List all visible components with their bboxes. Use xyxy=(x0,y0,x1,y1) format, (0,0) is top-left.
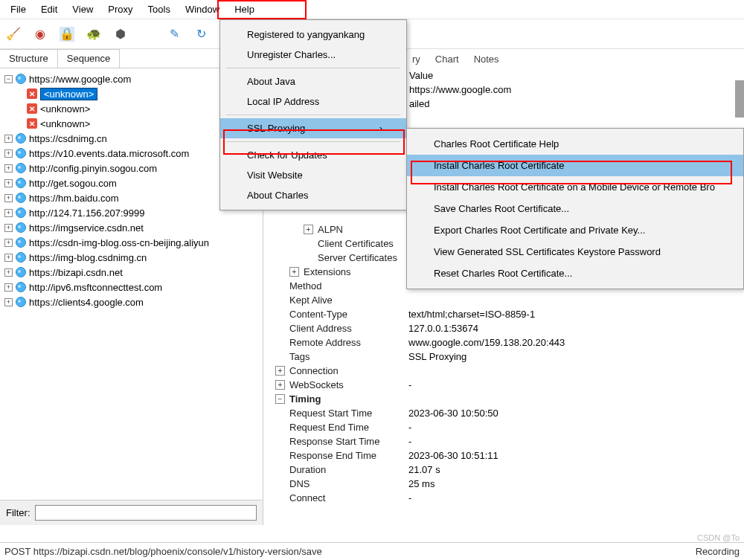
scrollbar-thumb[interactable] xyxy=(735,80,744,118)
detail-label: Request End Time xyxy=(289,422,408,433)
tree-host[interactable]: https://csdnimg.cn xyxy=(29,133,107,144)
submenu-cert-help[interactable]: Charles Root Certificate Help xyxy=(407,133,743,155)
broom-icon[interactable]: 🧹 xyxy=(6,27,21,42)
menu-view[interactable]: View xyxy=(65,1,100,17)
expand-icon[interactable]: + xyxy=(4,268,13,277)
detail-label: Response Start Time xyxy=(289,436,408,447)
tree-host[interactable]: https://img-blog.csdnimg.cn xyxy=(29,252,147,263)
tab-notes[interactable]: Notes xyxy=(466,54,507,65)
tree-host[interactable]: http://ipv6.msftconnecttest.com xyxy=(29,282,162,293)
detail-label: DNS xyxy=(289,478,408,489)
turtle-icon[interactable]: 🐢 xyxy=(86,27,101,42)
tree-host[interactable]: https://csdn-img-blog.oss-cn-beijing.ali… xyxy=(29,237,209,248)
tree-item[interactable]: <unknown> xyxy=(40,118,90,129)
menu-about-java[interactable]: About Java xyxy=(220,71,406,91)
menu-registered[interactable]: Registered to yangyankang xyxy=(220,25,406,45)
breakpoint-icon[interactable]: ⬢ xyxy=(113,27,128,42)
menu-local-ip[interactable]: Local IP Address xyxy=(220,91,406,112)
expand-icon[interactable]: + xyxy=(4,298,13,306)
detail-value: text/html;charset=ISO-8859-1 xyxy=(408,309,535,320)
expand-icon[interactable]: + xyxy=(275,380,285,390)
detail-value: 2023-06-30 10:51:11 xyxy=(408,450,498,461)
menu-ssl-proxying[interactable]: SSL Proxying› xyxy=(220,118,406,138)
detail-label: Remote Address xyxy=(289,337,408,348)
expand-icon[interactable]: + xyxy=(4,194,13,202)
tree-item-selected[interactable]: <unknown> xyxy=(40,88,97,100)
expand-icon[interactable]: + xyxy=(4,135,13,143)
tree-host[interactable]: https://www.google.com xyxy=(29,74,131,85)
watermark: CSDN @To xyxy=(697,533,740,542)
expand-icon[interactable]: + xyxy=(4,239,13,247)
menu-help[interactable]: Help xyxy=(227,1,262,17)
submenu-install-cert[interactable]: Install Charles Root Certificate xyxy=(407,155,743,176)
tree-host[interactable]: https://v10.events.data.microsoft.com xyxy=(29,148,189,159)
tree-host[interactable]: http://get.sogou.com xyxy=(29,178,117,189)
detail-value: 2023-06-30 10:50:50 xyxy=(408,408,498,419)
detail-label: Content-Type xyxy=(289,309,408,320)
detail-label: WebSockets xyxy=(289,379,408,390)
detail-label: Client Address xyxy=(289,323,408,334)
tab-sequence[interactable]: Sequence xyxy=(58,49,121,68)
detail-label: Connection xyxy=(289,365,408,376)
refresh-icon[interactable]: ↻ xyxy=(193,27,208,42)
tab-partial[interactable]: ry xyxy=(405,54,428,65)
tree-host[interactable]: http://124.71.156.207:9999 xyxy=(29,207,144,219)
tab-chart[interactable]: Chart xyxy=(428,54,466,65)
globe-icon xyxy=(16,222,26,233)
collapse-icon[interactable]: − xyxy=(4,75,13,83)
expand-icon[interactable]: + xyxy=(289,267,299,277)
menu-visit-website[interactable]: Visit Website xyxy=(220,165,406,185)
detail-value: 21.07 s xyxy=(408,464,440,475)
detail-value: - xyxy=(408,422,411,433)
menu-edit[interactable]: Edit xyxy=(33,1,65,17)
submenu-reset-cert[interactable]: Reset Charles Root Certificate... xyxy=(407,263,743,284)
error-icon: ✕ xyxy=(27,103,37,114)
status-recording: Recording xyxy=(696,546,740,557)
globe-icon xyxy=(16,133,26,144)
submenu-save-cert[interactable]: Save Charles Root Certificate... xyxy=(407,198,743,219)
submenu-export-cert[interactable]: Export Charles Root Certificate and Priv… xyxy=(407,219,743,241)
menu-tools[interactable]: Tools xyxy=(141,1,178,17)
value-header: Value xyxy=(409,70,433,81)
record-icon[interactable]: ◉ xyxy=(33,27,48,42)
tab-structure[interactable]: Structure xyxy=(0,49,58,68)
menu-separator xyxy=(226,141,400,142)
tree-host[interactable]: https://imgservice.csdn.net xyxy=(29,222,144,234)
menu-separator xyxy=(226,68,400,68)
menu-window[interactable]: Window xyxy=(178,1,227,17)
tree-host[interactable]: http://config.pinyin.sogou.com xyxy=(29,163,157,174)
lock-icon[interactable]: 🔒 xyxy=(60,27,74,42)
menu-check-updates[interactable]: Check for Updates xyxy=(220,145,406,165)
submenu-install-mobile[interactable]: Install Charles Root Certificate on a Mo… xyxy=(407,176,743,198)
expand-icon[interactable]: + xyxy=(4,283,13,292)
filter-input[interactable] xyxy=(35,505,257,521)
expand-icon[interactable]: + xyxy=(4,149,13,158)
detail-value: 127.0.0.1:53674 xyxy=(408,323,478,334)
expand-icon[interactable]: + xyxy=(4,164,13,173)
expand-icon[interactable]: + xyxy=(4,209,13,217)
globe-icon xyxy=(16,148,26,158)
ssl-submenu: Charles Root Certificate Help Install Ch… xyxy=(406,128,744,289)
tree-host[interactable]: https://clients4.google.com xyxy=(29,297,144,308)
tree-host[interactable]: https://hm.baidu.com xyxy=(29,193,119,204)
menu-file[interactable]: File xyxy=(3,1,33,17)
edit-icon[interactable]: ✎ xyxy=(167,27,182,42)
detail-label: Connect xyxy=(289,492,408,503)
collapse-icon[interactable]: − xyxy=(275,394,285,404)
detail-label: Tags xyxy=(289,351,408,362)
expand-icon[interactable]: + xyxy=(275,366,285,376)
expand-icon[interactable]: + xyxy=(4,179,13,187)
menu-unregister[interactable]: Unregister Charles... xyxy=(220,45,406,65)
tree-item[interactable]: <unknown> xyxy=(40,103,90,115)
globe-icon xyxy=(16,163,26,173)
expand-icon[interactable]: + xyxy=(304,225,313,234)
menubar: File Edit View Proxy Tools Window Help xyxy=(0,0,744,19)
status-bar: POST https://bizapi.csdn.net/blog/phoeni… xyxy=(0,542,744,560)
detail-value: - xyxy=(408,492,411,503)
tree-host[interactable]: https://bizapi.csdn.net xyxy=(29,267,123,278)
menu-about-charles[interactable]: About Charles xyxy=(220,185,406,205)
menu-proxy[interactable]: Proxy xyxy=(100,1,140,17)
expand-icon[interactable]: + xyxy=(4,224,13,232)
submenu-view-keystore[interactable]: View Generated SSL Certificates Keystore… xyxy=(407,241,743,263)
expand-icon[interactable]: + xyxy=(4,254,13,262)
